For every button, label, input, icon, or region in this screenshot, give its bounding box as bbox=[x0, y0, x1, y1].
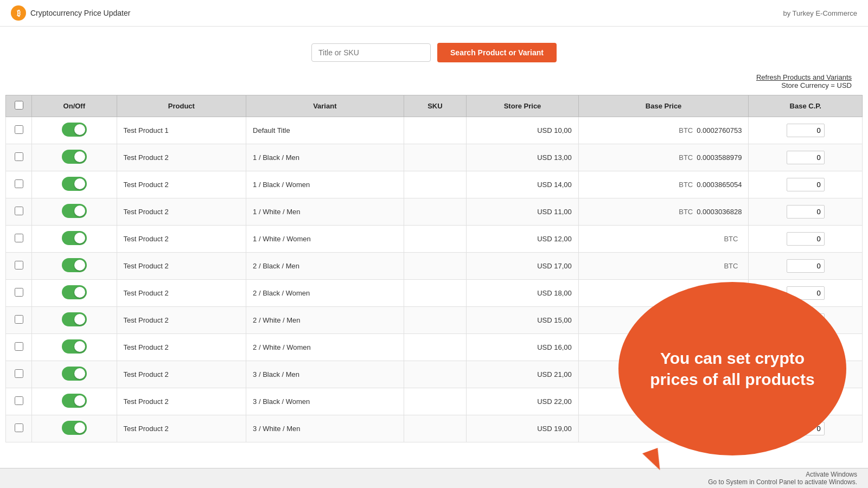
header-checkbox-col bbox=[6, 95, 32, 117]
toggle-5[interactable] bbox=[62, 258, 87, 272]
refresh-link[interactable]: Refresh Products and Variants bbox=[756, 73, 852, 81]
store-price-cell: USD 12,00 bbox=[467, 226, 579, 253]
balloon-text: You can set crypto prices of all product… bbox=[640, 348, 825, 390]
toggle-4[interactable] bbox=[62, 231, 87, 245]
base-price-cell: BTC 0.0003865054 bbox=[578, 171, 749, 198]
store-price-cell: USD 13,00 bbox=[467, 144, 579, 171]
base-cp-cell bbox=[749, 171, 863, 198]
header-base-cp: Base C.P. bbox=[749, 95, 863, 117]
product-name-cell: Test Product 2 bbox=[117, 144, 246, 171]
toggle-11[interactable] bbox=[62, 421, 87, 435]
sku-cell bbox=[404, 280, 467, 307]
base-cp-input-4[interactable] bbox=[787, 232, 825, 246]
app-title-wrap: ₿ Cryptocurrency Price Updater bbox=[11, 5, 130, 21]
base-cp-cell bbox=[749, 253, 863, 280]
row-checkbox-3[interactable] bbox=[15, 207, 23, 215]
row-checkbox-9[interactable] bbox=[15, 369, 23, 378]
variant-name-cell: 1 / Black / Men bbox=[246, 144, 404, 171]
toggle-6[interactable] bbox=[62, 285, 87, 299]
toggle-3[interactable] bbox=[62, 204, 87, 218]
header-sku: SKU bbox=[404, 95, 467, 117]
search-area: Search Product or Variant bbox=[0, 27, 868, 73]
row-checkbox-11[interactable] bbox=[15, 423, 23, 432]
table-row: Test Product 21 / Black / MenUSD 13,00 B… bbox=[6, 144, 863, 171]
refresh-area: Refresh Products and Variants Store Curr… bbox=[0, 73, 868, 95]
sku-cell bbox=[404, 388, 467, 415]
sku-cell bbox=[404, 334, 467, 361]
crypto-value: 0.0002760753 bbox=[697, 126, 742, 134]
sku-cell bbox=[404, 144, 467, 171]
row-checkbox-8[interactable] bbox=[15, 342, 23, 351]
table-row: Test Product 21 / White / WomenUSD 12,00… bbox=[6, 226, 863, 253]
table-row: Test Product 21 / Black / WomenUSD 14,00… bbox=[6, 171, 863, 198]
store-price-cell: USD 17,00 bbox=[467, 253, 579, 280]
row-checkbox-2[interactable] bbox=[15, 179, 23, 188]
base-cp-input-3[interactable] bbox=[787, 205, 825, 219]
row-checkbox-5[interactable] bbox=[15, 261, 23, 269]
base-cp-cell bbox=[749, 226, 863, 253]
search-button[interactable]: Search Product or Variant bbox=[437, 43, 557, 62]
search-input[interactable] bbox=[311, 43, 431, 62]
row-checkbox-10[interactable] bbox=[15, 396, 23, 405]
header-base-price: Base Price bbox=[578, 95, 749, 117]
sku-cell bbox=[404, 415, 467, 442]
toggle-0[interactable] bbox=[62, 123, 87, 137]
currency-label: BTC bbox=[678, 181, 693, 189]
variant-name-cell: 3 / Black / Men bbox=[246, 361, 404, 388]
store-price-cell: USD 19,00 bbox=[467, 415, 579, 442]
row-checkbox-0[interactable] bbox=[15, 125, 23, 134]
base-price-cell: BTC bbox=[578, 226, 749, 253]
store-price-cell: USD 10,00 bbox=[467, 117, 579, 144]
select-all-checkbox[interactable] bbox=[15, 101, 23, 110]
header-onoff: On/Off bbox=[32, 95, 117, 117]
header-product: Product bbox=[117, 95, 246, 117]
product-name-cell: Test Product 2 bbox=[117, 334, 246, 361]
app-header: ₿ Cryptocurrency Price Updater by Turkey… bbox=[0, 0, 868, 27]
product-name-cell: Test Product 1 bbox=[117, 117, 246, 144]
store-price-cell: USD 22,00 bbox=[467, 388, 579, 415]
base-cp-input-2[interactable] bbox=[787, 178, 825, 191]
currency-label: BTC bbox=[678, 153, 693, 162]
toggle-10[interactable] bbox=[62, 394, 87, 408]
currency-label: BTC bbox=[723, 262, 738, 270]
header-variant: Variant bbox=[246, 95, 404, 117]
variant-name-cell: 2 / Black / Men bbox=[246, 253, 404, 280]
table-row: Test Product 22 / Black / MenUSD 17,00 B… bbox=[6, 253, 863, 280]
base-cp-input-5[interactable] bbox=[787, 259, 825, 273]
row-checkbox-1[interactable] bbox=[15, 152, 23, 161]
variant-name-cell: 3 / Black / Women bbox=[246, 388, 404, 415]
sku-cell bbox=[404, 307, 467, 334]
crypto-value: 0.0003036828 bbox=[697, 208, 742, 216]
product-name-cell: Test Product 2 bbox=[117, 388, 246, 415]
store-price-cell: USD 16,00 bbox=[467, 334, 579, 361]
sku-cell bbox=[404, 226, 467, 253]
toggle-2[interactable] bbox=[62, 177, 87, 191]
variant-name-cell: 2 / White / Men bbox=[246, 307, 404, 334]
toggle-7[interactable] bbox=[62, 312, 87, 326]
row-checkbox-6[interactable] bbox=[15, 288, 23, 297]
by-label: by Turkey E-Commerce bbox=[783, 9, 857, 17]
base-cp-input-0[interactable] bbox=[787, 124, 825, 137]
toggle-9[interactable] bbox=[62, 367, 87, 381]
crypto-value: 0.0003865054 bbox=[697, 181, 742, 189]
store-price-cell: USD 14,00 bbox=[467, 171, 579, 198]
variant-name-cell: Default Title bbox=[246, 117, 404, 144]
currency-label: BTC bbox=[723, 235, 738, 243]
row-checkbox-4[interactable] bbox=[15, 234, 23, 242]
base-cp-cell bbox=[749, 117, 863, 144]
store-price-cell: USD 18,00 bbox=[467, 280, 579, 307]
crypto-value: 0.0003588979 bbox=[697, 153, 742, 162]
product-name-cell: Test Product 2 bbox=[117, 361, 246, 388]
product-name-cell: Test Product 2 bbox=[117, 253, 246, 280]
base-price-cell: BTC 0.0003036828 bbox=[578, 198, 749, 226]
row-checkbox-7[interactable] bbox=[15, 315, 23, 324]
base-cp-input-1[interactable] bbox=[787, 151, 825, 164]
bitcoin-icon: ₿ bbox=[11, 5, 26, 21]
variant-name-cell: 2 / Black / Women bbox=[246, 280, 404, 307]
base-price-cell: BTC 0.0002760753 bbox=[578, 117, 749, 144]
toggle-8[interactable] bbox=[62, 339, 87, 354]
table-row: Test Product 21 / White / MenUSD 11,00 B… bbox=[6, 198, 863, 226]
toggle-1[interactable] bbox=[62, 150, 87, 164]
base-price-cell: BTC bbox=[578, 253, 749, 280]
base-cp-cell bbox=[749, 144, 863, 171]
